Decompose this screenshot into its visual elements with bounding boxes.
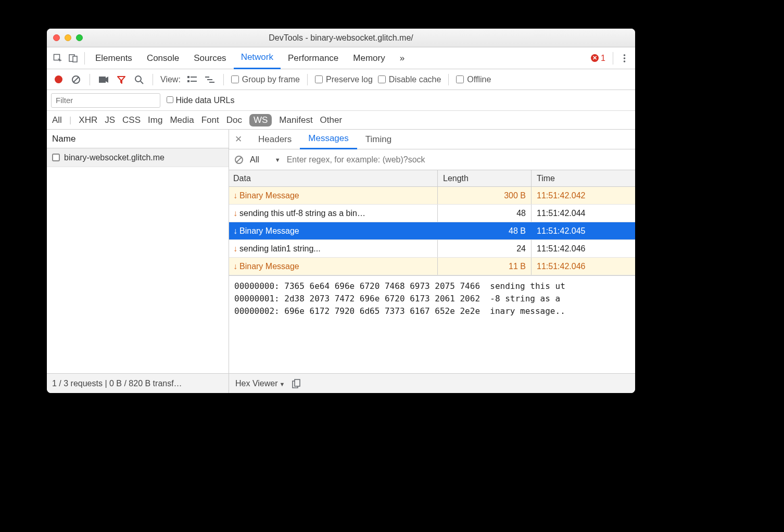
hex-viewer-select[interactable]: Hex Viewer [235,379,285,388]
subtab-timing[interactable]: Timing [357,130,400,149]
message-row-selected[interactable]: ↓Binary Message 48 B 11:51:42.045 [229,222,635,240]
col-data-header[interactable]: Data [229,170,437,186]
messages-table-header: Data Length Time [229,170,635,187]
websocket-icon [52,154,60,161]
offline-checkbox[interactable]: Offline [456,75,491,84]
tab-more[interactable]: » [393,47,412,69]
devtools-tabs: Elements Console Sources Network Perform… [47,47,635,69]
hex-viewer[interactable]: 00000000: 7365 6e64 696e 6720 7468 6973 … [229,275,635,373]
network-toolbar: View: Group by frame Preserve log Disabl… [47,69,635,90]
arrow-down-icon: ↓ [233,244,237,254]
copy-icon[interactable] [292,379,300,388]
svg-rect-14 [191,81,197,82]
message-row[interactable]: ↓sending this utf-8 string as a bin… 48 … [229,205,635,222]
svg-point-5 [623,60,625,62]
message-row[interactable]: ↓Binary Message 11 B 11:51:42.046 [229,258,635,275]
svg-rect-11 [187,76,189,78]
camera-icon[interactable] [97,73,110,86]
message-type-select[interactable]: All▼ [250,155,281,164]
kebab-menu-icon[interactable] [616,50,632,66]
type-ws[interactable]: WS [249,114,272,126]
requests-list: binary-websocket.glitch.me [47,148,229,373]
svg-rect-8 [99,77,106,83]
arrow-down-icon: ↓ [233,191,237,200]
svg-rect-16 [207,79,212,80]
subtab-messages[interactable]: Messages [300,130,357,149]
status-requests: 1 / 3 requests | 0 B / 820 B transf… [47,374,229,393]
close-detail-icon[interactable]: ✕ [232,134,245,145]
svg-line-7 [73,77,79,82]
filter-input[interactable] [51,93,160,108]
devtools-window: DevTools - binary-websocket.glitch.me/ E… [47,29,635,393]
type-other[interactable]: Other [320,115,343,125]
tab-sources[interactable]: Sources [186,47,233,69]
request-row[interactable]: binary-websocket.glitch.me [47,148,229,167]
type-font[interactable]: Font [201,115,219,125]
subtab-headers[interactable]: Headers [250,130,300,149]
svg-point-3 [623,54,625,56]
disable-cache-checkbox[interactable]: Disable cache [378,75,441,84]
error-icon: ✕ [591,54,599,62]
col-length-header[interactable]: Length [437,170,531,186]
tab-memory[interactable]: Memory [346,47,392,69]
tab-console[interactable]: Console [140,47,186,69]
tab-performance[interactable]: Performance [281,47,346,69]
group-by-frame-checkbox[interactable]: Group by frame [231,75,300,84]
search-icon[interactable] [133,73,145,86]
arrow-down-icon: ↓ [233,262,237,271]
clear-messages-icon[interactable] [234,155,244,164]
col-time-header[interactable]: Time [531,170,635,186]
inspect-element-icon[interactable] [50,50,66,66]
message-regex-input[interactable] [287,155,630,164]
error-badge[interactable]: ✕ 1 [591,54,605,63]
device-toolbar-icon[interactable] [66,50,81,66]
type-media[interactable]: Media [170,115,194,125]
svg-rect-2 [73,56,77,62]
tab-network[interactable]: Network [234,47,281,69]
svg-rect-12 [191,77,197,78]
type-js[interactable]: JS [105,115,115,125]
clear-icon[interactable] [70,73,82,86]
window-controls [53,34,83,41]
request-detail: ✕ Headers Messages Timing All▼ Data Leng… [229,130,635,373]
statusbar: 1 / 3 requests | 0 B / 820 B transf… Hex… [47,373,635,393]
waterfall-icon[interactable] [204,73,216,86]
messages-table: ↓Binary Message 300 B 11:51:42.042 ↓send… [229,187,635,275]
network-split: Name binary-websocket.glitch.me ✕ Header… [47,130,635,373]
requests-name-header[interactable]: Name [47,130,229,148]
svg-rect-13 [187,80,189,82]
large-rows-icon[interactable] [186,73,198,86]
tab-elements[interactable]: Elements [88,47,140,69]
messages-filter-bar: All▼ [229,149,635,170]
close-window-button[interactable] [53,34,60,41]
svg-line-19 [236,157,242,162]
type-doc[interactable]: Doc [226,115,242,125]
type-img[interactable]: Img [148,115,162,125]
arrow-down-icon: ↓ [233,209,237,218]
titlebar: DevTools - binary-websocket.glitch.me/ [47,29,635,47]
hide-data-urls-checkbox[interactable]: Hide data URLs [167,96,234,105]
svg-rect-17 [209,82,214,83]
svg-point-9 [135,76,141,82]
preserve-log-checkbox[interactable]: Preserve log [315,75,373,84]
window-title: DevTools - binary-websocket.glitch.me/ [47,33,635,43]
message-row[interactable]: ↓sending latin1 string... 24 11:51:42.04… [229,240,635,258]
svg-rect-15 [205,77,209,78]
zoom-window-button[interactable] [76,34,83,41]
detail-tabs: ✕ Headers Messages Timing [229,130,635,149]
record-button[interactable] [52,73,65,86]
type-manifest[interactable]: Manifest [279,115,312,125]
svg-point-4 [623,57,625,59]
type-all[interactable]: All [52,115,62,125]
arrow-down-icon: ↓ [233,226,237,236]
requests-column: Name binary-websocket.glitch.me [47,130,229,373]
view-label: View: [160,75,181,84]
minimize-window-button[interactable] [65,34,71,41]
message-row[interactable]: ↓Binary Message 300 B 11:51:42.042 [229,187,635,205]
type-xhr[interactable]: XHR [79,115,97,125]
svg-rect-21 [295,379,300,386]
filter-icon[interactable] [115,73,128,86]
filter-row: Hide data URLs [47,90,635,111]
type-css[interactable]: CSS [122,115,141,125]
svg-line-10 [141,81,143,84]
